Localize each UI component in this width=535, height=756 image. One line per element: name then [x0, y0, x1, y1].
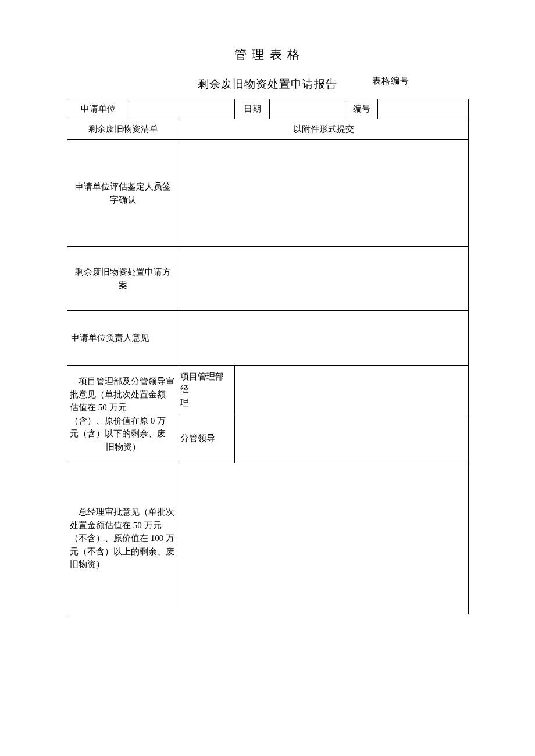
label-gm-approval: 总经理审批意见（单批次 处置金额估值在 50 万元 （不含）、原价值在 100 …	[67, 463, 179, 614]
label-project-manager: 项目管理部经 理	[179, 366, 235, 414]
value-disposal-plan[interactable]	[179, 247, 469, 311]
value-attachment: 以附件形式提交	[179, 119, 469, 140]
table-row: 总经理审批意见（单批次 处置金额估值在 50 万元 （不含）、原价值在 100 …	[67, 463, 469, 614]
table-row: 剩余废旧物资清单 以附件形式提交	[67, 119, 469, 140]
value-unit-leader-opinion[interactable]	[179, 311, 469, 366]
value-gm-approval[interactable]	[179, 463, 469, 614]
table-row: 申请单位 日期 编号	[67, 99, 469, 119]
form-number-label: 表格编号	[372, 76, 409, 87]
label-unit-leader-opinion: 申请单位负责人意见	[67, 311, 179, 366]
value-project-manager[interactable]	[235, 366, 469, 414]
table-row: 剩余废旧物资处置申请方 案	[67, 247, 469, 311]
value-evaluator-signature[interactable]	[179, 140, 469, 247]
value-date[interactable]	[270, 99, 345, 119]
table-row: 申请单位负责人意见	[67, 311, 469, 366]
label-inventory: 剩余废旧物资清单	[67, 119, 179, 140]
label-supervisor: 分管领导	[179, 414, 235, 463]
label-apply-unit: 申请单位	[67, 99, 129, 119]
value-no[interactable]	[378, 99, 469, 119]
form-table: 申请单位 日期 编号 剩余废旧物资清单 以附件形式提交 申请单位评估鉴定人员签 …	[67, 99, 469, 614]
label-disposal-plan: 剩余废旧物资处置申请方 案	[67, 247, 179, 311]
label-no: 编号	[345, 99, 378, 119]
label-evaluator-signature: 申请单位评估鉴定人员签 字确认	[67, 140, 179, 247]
value-apply-unit[interactable]	[129, 99, 235, 119]
value-supervisor[interactable]	[235, 414, 469, 463]
table-row: 申请单位评估鉴定人员签 字确认	[67, 140, 469, 247]
subtitle-row: 剩余废旧物资处置申请报告 表格编号	[67, 74, 468, 95]
label-date: 日期	[235, 99, 270, 119]
main-title: 管 理 表 格	[67, 46, 468, 63]
table-row: 项目管理部及分管领导审 批意见（单批次处置金额 估值在 50 万元 （含）、原价…	[67, 366, 469, 414]
document-page: 管 理 表 格 剩余废旧物资处置申请报告 表格编号 申请单位 日期 编号 剩余废…	[0, 0, 535, 614]
label-project-mgmt-approval: 项目管理部及分管领导审 批意见（单批次处置金额 估值在 50 万元 （含）、原价…	[67, 366, 179, 463]
